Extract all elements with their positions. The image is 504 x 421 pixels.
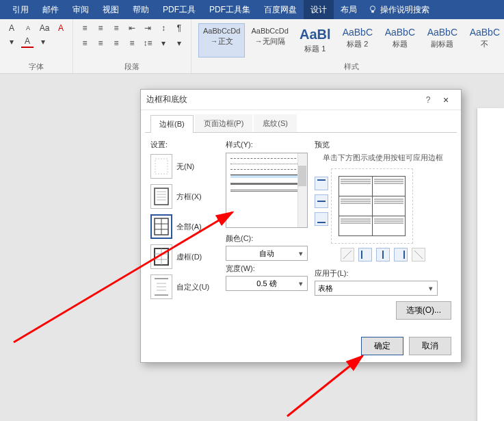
align-left-icon[interactable]: ≡ [79,37,91,49]
line-style-item[interactable] [230,158,303,159]
ok-button[interactable]: 确定 [361,337,403,355]
document-page[interactable] [477,108,504,421]
tab-review[interactable]: 审阅 [66,0,96,20]
indent-inc-icon[interactable]: ⇥ [142,22,154,34]
style-no-spacing[interactable]: AaBbCcDd →无间隔 [246,23,293,58]
line-spacing-icon[interactable]: ↕≡ [142,37,154,49]
style-name: 副标题 [427,39,458,49]
dialog-titlebar[interactable]: 边框和底纹 ? × [141,90,461,110]
cancel-button[interactable]: 取消 [409,337,451,355]
setting-box-icon [150,184,172,209]
dialog-help-button[interactable]: ? [420,95,436,105]
apply-to-combo[interactable]: 表格 ▾ [315,281,438,296]
line-style-item[interactable] [230,183,303,185]
bullets-icon[interactable]: ≡ [79,22,91,34]
style-scrollbar[interactable] [297,153,307,227]
border-left-button[interactable] [358,248,372,261]
borders-shading-dialog: 边框和底纹 ? × 边框(B) 页面边框(P) 底纹(S) 设置: 无(N) 方… [140,89,462,363]
tab-references[interactable]: 引用 [5,0,36,20]
styles-gallery[interactable]: AaBbCcDd →正文 AaBbCcDd →无间隔 AaBl 标题 1 AaB… [197,22,504,59]
style-preview: AaBbCcDd [203,27,240,35]
settings-column: 设置: 无(N) 方框(X) 全部(A) 虚框(D) 自定义(U) [150,140,219,328]
show-marks-icon[interactable]: ¶ [173,22,185,34]
style-preview: AaBbCcDd [251,27,288,35]
border-diag-icon [343,251,352,259]
border-left-icon [361,251,369,259]
tab-pdf-toolset[interactable]: PDF工具集 [202,0,257,20]
border-vmiddle-icon [379,251,387,259]
tab-pdf-tools[interactable]: PDF工具 [156,0,202,20]
styles-group: AaBbCcDd →正文 AaBbCcDd →无间隔 AaBl 标题 1 AaB… [191,19,504,73]
ribbon-tabs: 引用 邮件 审阅 视图 帮助 PDF工具 PDF工具集 百度网盘 设计 布局 操… [0,0,504,19]
clear-format-icon[interactable]: A [55,22,67,34]
font-group: A A Aa A ▾ A ▾ 字体 [0,19,73,73]
style-more[interactable]: AaBbC 不 [464,23,504,58]
border-diag-icon [414,251,423,259]
tab-mailings[interactable]: 邮件 [36,0,66,20]
font-grow-icon[interactable]: A [5,22,18,34]
tab-design[interactable]: 设计 [304,0,334,20]
style-list[interactable] [226,153,308,228]
highlight-icon[interactable]: ▾ [5,36,18,48]
border-bottom-button[interactable] [315,212,328,226]
width-combo[interactable]: 0.5 磅 ▾ [226,276,308,291]
line-style-item-selected[interactable] [230,175,303,178]
border-hmiddle-button[interactable] [315,194,328,208]
multilevel-icon[interactable]: ≡ [110,22,122,34]
styles-group-label: 样式 [197,60,504,72]
style-heading1[interactable]: AaBl 标题 1 [295,23,336,58]
tab-layout[interactable]: 布局 [334,0,364,20]
tab-page-border[interactable]: 页面边框(P) [195,114,253,132]
preview-canvas[interactable] [331,168,413,244]
tab-borders[interactable]: 边框(B) [150,115,194,133]
border-diag2-button[interactable] [412,248,425,261]
bulb-icon [368,5,377,14]
border-bottom-icon [317,215,326,223]
font-shrink-icon[interactable]: A [22,22,34,34]
setting-custom[interactable]: 自定义(U) [150,275,219,299]
setting-all[interactable]: 全部(A) [150,214,219,239]
sort-icon[interactable]: ↕ [157,22,170,34]
border-diag1-button[interactable] [341,248,354,261]
chevron-down-icon: ▾ [426,284,436,293]
border-right-button[interactable] [394,248,408,261]
style-heading2[interactable]: AaBbC 标题 2 [337,23,378,58]
tell-me-search[interactable]: 操作说明搜索 [368,4,429,16]
line-style-item[interactable] [230,169,303,170]
char-shading-icon[interactable]: ▾ [37,36,49,48]
setting-none[interactable]: 无(N) [150,154,219,179]
indent-dec-icon[interactable]: ⇤ [126,22,138,34]
tab-baidu[interactable]: 百度网盘 [257,0,304,20]
line-style-item[interactable] [230,164,303,164]
font-color-icon[interactable]: A [21,36,34,48]
color-combo[interactable]: 自动 ▾ [226,246,308,261]
tab-view[interactable]: 视图 [96,0,126,20]
style-name: 不 [469,39,501,49]
setting-label: 全部(A) [176,222,202,232]
align-justify-icon[interactable]: ≡ [126,37,138,49]
align-right-icon[interactable]: ≡ [110,37,122,49]
style-subtitle[interactable]: AaBbC 副标题 [422,23,463,58]
borders-icon[interactable]: ▾ [173,37,185,49]
apply-to-value: 表格 [318,283,333,294]
numbering-icon[interactable]: ≡ [94,22,107,34]
border-vmiddle-button[interactable] [376,248,390,261]
tab-shading[interactable]: 底纹(S) [254,114,297,132]
svg-line-24 [343,251,352,259]
tab-help[interactable]: 帮助 [126,0,156,20]
width-value: 0.5 磅 [229,279,304,289]
line-style-item[interactable] [230,190,303,192]
style-title[interactable]: AaBbC 标题 [380,23,421,58]
options-button[interactable]: 选项(O)... [396,301,451,320]
shading-icon[interactable]: ▾ [157,37,170,49]
scroll-thumb[interactable] [298,166,306,186]
setting-grid[interactable]: 虚框(D) [150,244,219,269]
close-icon[interactable]: × [436,94,455,105]
align-center-icon[interactable]: ≡ [94,37,107,49]
style-normal[interactable]: AaBbCcDd →正文 [198,23,245,58]
change-case-icon[interactable]: Aa [38,22,51,34]
setting-box[interactable]: 方框(X) [150,184,219,209]
paragraph-group-label: 段落 [79,60,185,72]
chevron-down-icon: ▾ [296,249,306,258]
border-top-button[interactable] [315,177,328,190]
